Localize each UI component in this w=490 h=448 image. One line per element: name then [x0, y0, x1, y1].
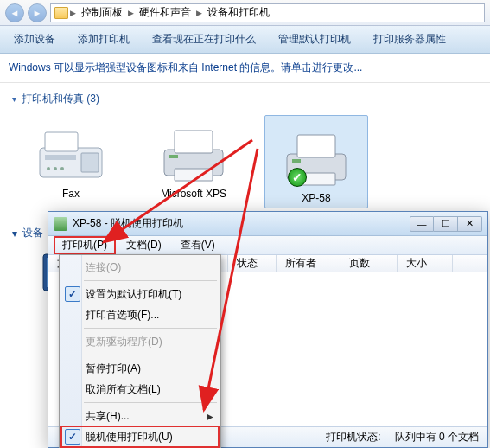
- cmd-manage-default[interactable]: 管理默认打印机: [278, 32, 351, 47]
- menu-bar: 打印机(P) 文档(D) 查看(V): [48, 236, 487, 255]
- svg-rect-9: [175, 169, 213, 181]
- chevron-icon: ▶: [196, 9, 202, 17]
- check-icon: ✓: [65, 286, 80, 302]
- device-xp58[interactable]: ✓ XP-58: [264, 115, 368, 208]
- svg-rect-12: [297, 135, 335, 157]
- menu-use-offline[interactable]: ✓ 脱机使用打印机(U): [61, 426, 219, 447]
- info-bar[interactable]: Windows 可以显示增强型设备图标和来自 Internet 的信息。请单击进…: [0, 54, 490, 83]
- menu-label: 设置为默认打印机(T): [86, 287, 181, 302]
- printer-dropdown-menu: 连接(O) ✓ 设置为默认打印机(T) 打印首选项(F)... 更新驱动程序(D…: [59, 254, 221, 448]
- default-check-icon: ✓: [288, 168, 307, 187]
- maximize-button[interactable]: ☐: [434, 216, 458, 232]
- collapse-icon: ▾: [12, 94, 16, 104]
- crumb-control-panel[interactable]: 控制面板: [78, 4, 126, 22]
- close-button[interactable]: ✕: [458, 216, 482, 232]
- info-text: Windows 可以显示增强型设备图标和来自 Internet 的信息。请单击进…: [9, 61, 362, 74]
- col-owner[interactable]: 所有者: [277, 255, 340, 272]
- col-size[interactable]: 大小: [398, 255, 453, 272]
- check-icon: ✓: [65, 429, 80, 445]
- svg-point-5: [54, 167, 57, 170]
- command-bar: 添加设备 添加打印机 查看现在正在打印什么 管理默认打印机 打印服务器属性: [0, 26, 490, 54]
- menu-share[interactable]: 共享(H)... ▶: [61, 406, 219, 426]
- menu-separator: [84, 402, 217, 403]
- svg-rect-2: [81, 153, 99, 172]
- minimize-button[interactable]: ―: [410, 216, 434, 232]
- menu-view[interactable]: 查看(V): [172, 236, 224, 254]
- menu-separator: [84, 355, 217, 355]
- status-label: 打印机状态:: [326, 430, 380, 445]
- fax-icon: [35, 124, 107, 184]
- section-title: 打印机和传真 (3): [22, 92, 99, 106]
- device-label: XP-58: [265, 192, 367, 204]
- collapse-icon: ▾: [12, 227, 17, 240]
- menu-separator: [84, 280, 217, 281]
- menu-print-prefs[interactable]: 打印首选项(F)...: [61, 304, 219, 325]
- menu-separator: [84, 328, 217, 329]
- svg-rect-10: [169, 155, 178, 158]
- explorer-navbar: ◄ ► ▶ 控制面板 ▶ 硬件和声音 ▶ 设备和打印机: [0, 0, 490, 26]
- svg-rect-14: [292, 159, 301, 163]
- device-label: Microsoft XPS: [142, 188, 245, 200]
- menu-set-default[interactable]: ✓ 设置为默认打印机(T): [61, 284, 219, 304]
- device-microsoft-xps[interactable]: Microsoft XPS: [142, 115, 245, 208]
- menu-pause[interactable]: 暂停打印(A): [61, 358, 219, 379]
- crumb-devices-printers[interactable]: 设备和打印机: [204, 4, 273, 22]
- section-printers-fax[interactable]: ▾ 打印机和传真 (3): [0, 83, 490, 110]
- cmd-add-device[interactable]: 添加设备: [14, 32, 55, 47]
- menu-label: 脱机使用打印机(U): [86, 430, 173, 445]
- crumb-hardware-sound[interactable]: 硬件和声音: [136, 4, 194, 22]
- menu-document[interactable]: 文档(D): [118, 236, 170, 254]
- svg-point-6: [60, 167, 64, 170]
- window-title: XP-58 - 脱机使用打印机: [73, 216, 404, 231]
- menu-label: 共享(H)...: [86, 409, 130, 424]
- svg-point-4: [47, 167, 50, 170]
- section-title: 设备: [22, 226, 43, 240]
- svg-rect-1: [45, 132, 78, 151]
- device-list: Fax Microsoft XPS ✓ XP-58: [0, 110, 490, 217]
- printer-icon: [157, 124, 230, 184]
- window-titlebar[interactable]: XP-58 - 脱机使用打印机 ― ☐ ✕: [48, 212, 487, 236]
- breadcrumb[interactable]: ▶ 控制面板 ▶ 硬件和声音 ▶ 设备和打印机: [50, 3, 485, 22]
- menu-cancel-all[interactable]: 取消所有文档(L): [61, 379, 219, 400]
- chevron-icon: ▶: [128, 9, 134, 17]
- cmd-print-server-props[interactable]: 打印服务器属性: [373, 32, 446, 47]
- device-fax[interactable]: Fax: [19, 115, 123, 208]
- chevron-icon: ▶: [70, 9, 76, 17]
- menu-printer[interactable]: 打印机(P): [54, 236, 116, 254]
- cmd-add-printer[interactable]: 添加打印机: [78, 32, 130, 47]
- forward-button[interactable]: ►: [28, 3, 47, 22]
- menu-connect: 连接(O): [61, 257, 219, 278]
- col-status[interactable]: 状态: [228, 255, 277, 272]
- cmd-see-printing[interactable]: 查看现在正在打印什么: [152, 32, 256, 47]
- svg-rect-8: [175, 131, 213, 153]
- printer-small-icon: [54, 217, 67, 231]
- col-pages[interactable]: 页数: [340, 255, 398, 272]
- submenu-arrow-icon: ▶: [207, 412, 213, 421]
- back-button[interactable]: ◄: [5, 3, 24, 22]
- device-label: Fax: [19, 188, 123, 200]
- menu-update-driver: 更新驱动程序(D): [61, 331, 219, 352]
- svg-rect-3: [45, 155, 76, 160]
- folder-icon: [54, 7, 68, 19]
- status-value: 队列中有 0 个文档: [395, 430, 479, 445]
